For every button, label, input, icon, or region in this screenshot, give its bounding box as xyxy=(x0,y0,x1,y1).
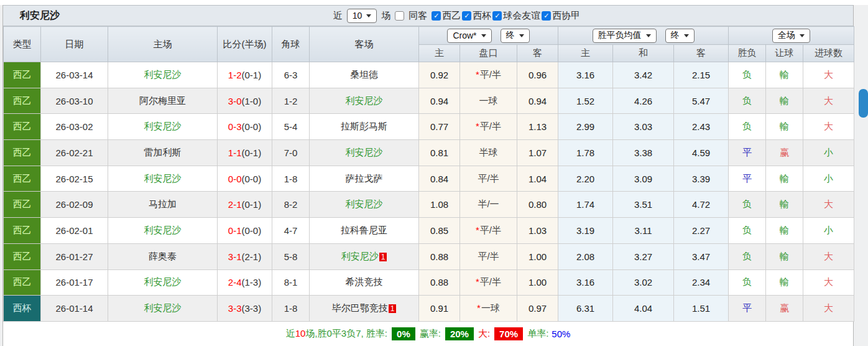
handicap-name: 半/一 xyxy=(478,199,499,209)
odds-company-select[interactable]: Crow* xyxy=(447,29,491,43)
full-score: 3-1 xyxy=(228,251,242,262)
half-score: (2-1) xyxy=(242,251,262,262)
odds-away: 0.96 xyxy=(517,62,558,88)
match-date: 26-03-10 xyxy=(41,88,108,114)
table-row: 西乙 26-03-10 阿尔梅里亚 3-0(1-0) 1-2 利安尼沙 0.94… xyxy=(4,88,854,114)
match-date: 26-02-09 xyxy=(41,192,108,218)
odds-home: 0.88 xyxy=(419,269,460,296)
handicap-name: 平/半 xyxy=(478,251,499,261)
odds-stage-select[interactable]: 终 xyxy=(501,29,530,43)
home-team-name[interactable]: 利安尼沙 xyxy=(144,302,182,313)
league-filter-checkbox[interactable]: ✓ xyxy=(542,11,551,21)
mean-draw: 3.09 xyxy=(613,166,674,192)
away-team-name[interactable]: 利安尼沙 xyxy=(341,251,379,261)
mean-home: 6.31 xyxy=(558,296,613,322)
match-history-table: 类型 日期 主场 比分(半场) 角球 客场 Crow* 终 xyxy=(3,26,854,322)
away-red-card-badge: 1 xyxy=(389,304,397,313)
team-history-panel: 利安尼沙 近 10 场 同客 ✓西乙✓西杯✓球会友谊✓西协甲 类型 日期 主场 xyxy=(2,5,854,346)
handicap-win-badge: 20% xyxy=(445,327,474,340)
col-header-away: 客场 xyxy=(310,27,419,62)
league-filter-西乙[interactable]: ✓西乙 xyxy=(432,10,461,22)
odds-away: 1.07 xyxy=(517,140,558,166)
match-type-badge: 西杯 xyxy=(4,296,41,322)
corner-score: 8-2 xyxy=(272,192,310,218)
mean-draw: 3.51 xyxy=(613,192,674,218)
result-goals: 大 xyxy=(803,62,854,88)
handicap-name: 平/半 xyxy=(480,225,501,235)
home-team-name[interactable]: 雷加利斯 xyxy=(144,147,182,157)
mean-stage-select[interactable]: 终 xyxy=(665,29,695,43)
mean-home: 2.08 xyxy=(558,243,613,269)
league-filter-checkbox[interactable]: ✓ xyxy=(462,11,471,21)
mean-home: 1.74 xyxy=(558,192,613,218)
home-team-name[interactable]: 利安尼沙 xyxy=(144,121,182,131)
odds-away: 1.03 xyxy=(517,218,558,244)
result-goals: 小 xyxy=(803,140,854,166)
away-team-name[interactable]: 萨拉戈萨 xyxy=(346,173,383,184)
corner-score: 1-8 xyxy=(272,296,310,322)
mean-away: 2.43 xyxy=(674,114,729,140)
title-bar: 利安尼沙 近 10 场 同客 ✓西乙✓西杯✓球会友谊✓西协甲 xyxy=(3,5,853,26)
odds-home: 1.08 xyxy=(419,192,460,218)
handicap-name: 半球 xyxy=(479,147,498,157)
footer-recent-label: 近 xyxy=(286,328,295,339)
home-team-name[interactable]: 阿尔梅里亚 xyxy=(139,95,186,106)
scope-select[interactable]: 全场 xyxy=(772,29,810,43)
away-team-name[interactable]: 利安尼沙 xyxy=(346,147,383,157)
match-date: 26-03-14 xyxy=(41,62,108,88)
mean-away: 2.34 xyxy=(674,269,729,296)
home-team-name[interactable]: 马拉加 xyxy=(149,199,177,209)
corner-score: 7-0 xyxy=(272,140,310,166)
chevron-down-icon xyxy=(481,34,486,37)
recent-count-select[interactable]: 10 xyxy=(347,9,377,23)
scrollbar-thumb[interactable] xyxy=(859,89,868,118)
handicap-name: 一球 xyxy=(479,95,498,106)
away-team-name[interactable]: 利安尼沙 xyxy=(346,199,383,209)
odds-home: 0.88 xyxy=(419,243,460,269)
home-team-name[interactable]: 薛奥泰 xyxy=(149,251,177,261)
away-team-name[interactable]: 希洪竞技 xyxy=(346,276,383,287)
full-score: 3-0 xyxy=(228,96,242,106)
full-score: 0-0 xyxy=(228,174,242,184)
odds-away: 1.00 xyxy=(517,243,558,269)
handicap-star: * xyxy=(476,225,479,235)
result-handicap: 赢 xyxy=(766,140,803,166)
away-team-name[interactable]: 利安尼沙 xyxy=(346,95,383,106)
col-header-date: 日期 xyxy=(41,27,108,62)
home-team-name[interactable]: 利安尼沙 xyxy=(144,69,182,80)
col-header-home: 主场 xyxy=(108,27,218,62)
mean-draw: 3.11 xyxy=(613,218,674,244)
league-filter-西杯[interactable]: ✓西杯 xyxy=(462,10,491,22)
league-filter-西协甲[interactable]: ✓西协甲 xyxy=(542,10,580,22)
result-goals: 大 xyxy=(803,114,854,140)
top-strip xyxy=(0,0,868,5)
home-team-name[interactable]: 利安尼沙 xyxy=(144,276,182,287)
league-filter-球会友谊[interactable]: ✓球会友谊 xyxy=(492,10,540,22)
same-venue-checkbox[interactable] xyxy=(395,11,404,21)
footer-recent-num: 10 xyxy=(295,328,306,339)
away-team-name[interactable]: 拉科鲁尼亚 xyxy=(341,225,387,235)
away-team-name[interactable]: 桑坦德 xyxy=(350,69,378,80)
home-team-name[interactable]: 利安尼沙 xyxy=(144,173,182,184)
filter-controls: 近 10 场 同客 ✓西乙✓西杯✓球会友谊✓西协甲 xyxy=(333,9,581,23)
table-row: 西乙 26-02-21 雷加利斯 1-1(0-1) 7-0 利安尼沙 0.81 … xyxy=(4,140,854,166)
league-filter-checkbox[interactable]: ✓ xyxy=(492,11,502,21)
full-score: 1-2 xyxy=(228,70,242,80)
league-filter-label: 西协甲 xyxy=(552,10,580,22)
odds-away: 0.97 xyxy=(517,296,558,322)
result-winloss: 平 xyxy=(729,140,766,166)
match-type-badge: 西乙 xyxy=(4,218,41,244)
odds-home: 0.77 xyxy=(419,114,460,140)
home-team-name[interactable]: 利安尼沙 xyxy=(144,225,182,235)
result-handicap: 輸 xyxy=(766,192,803,218)
result-goals: 大 xyxy=(803,269,854,296)
away-team-name[interactable]: 拉斯彭马斯 xyxy=(341,121,387,131)
match-type-badge: 西乙 xyxy=(4,192,41,218)
result-handicap: 輸 xyxy=(766,88,803,114)
away-team-name[interactable]: 毕尔巴鄂竞技 xyxy=(332,302,388,313)
big-label: 大: xyxy=(478,328,490,340)
league-filter-checkbox[interactable]: ✓ xyxy=(432,11,441,21)
result-winloss: 负 xyxy=(729,192,766,218)
mean-home: 2.99 xyxy=(558,114,613,140)
mean-type-select[interactable]: 胜平负均值 xyxy=(593,29,657,43)
